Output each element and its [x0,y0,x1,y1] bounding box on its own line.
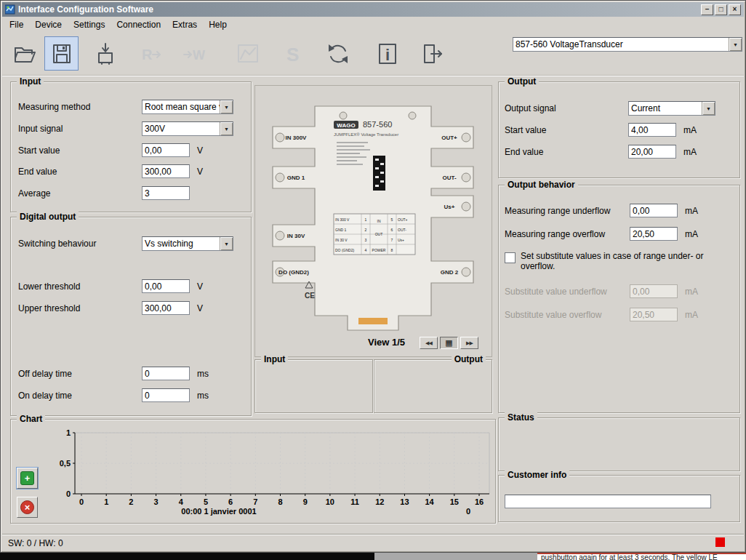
terminal-do-gnd2-label: DO (GND2) [278,269,309,276]
maximize-button[interactable]: □ [715,4,727,15]
svg-text:00:00 1 janvier 0001: 00:00 1 janvier 0001 [181,507,256,516]
range-overflow-field[interactable] [630,227,678,241]
measuring-method-select[interactable]: Root mean square val ▼ [142,100,233,114]
din-rail-clip [358,318,388,324]
simulation-button: S [276,36,310,71]
terminal-gnd1-label: GND 1 [287,175,305,181]
cancel-icon: × [20,500,34,514]
app-icon [5,4,15,15]
ce-mark: CE [305,292,315,300]
terminal-gnd2-label: GND 2 [441,269,459,276]
svg-text:7: 7 [253,497,257,506]
output-start-field[interactable] [628,123,676,137]
open-folder-icon [12,41,36,66]
switching-behaviour-select[interactable]: Vs switching ▼ [142,236,233,251]
pin-table: IN 300 V GND 1 IN 30 V DO (GND2) 1 2 3 4… [334,214,415,255]
on-delay-field[interactable] [142,388,190,402]
svg-text:IN 30 V: IN 30 V [335,238,348,242]
status-group-title: Status [505,412,537,423]
input-start-value-field[interactable] [142,143,190,157]
background-document-text: pushbutton again for at least 3 seconds.… [537,553,746,560]
svg-text:7: 7 [391,238,393,242]
svg-text:5: 5 [204,497,208,506]
svg-text:S: S [286,44,299,65]
view-counter-label: View 1/5 [368,337,405,348]
customer-info-field[interactable] [505,495,711,508]
device-type-select[interactable]: 857-560 VoltageTransducer ▼ [513,37,742,52]
range-underflow-field[interactable] [630,204,678,217]
substitute-underflow-label: Substitute value underflow [505,287,607,297]
input-end-value-field[interactable] [142,164,190,178]
svg-text:5: 5 [391,217,393,222]
svg-text:OUT+: OUT+ [398,217,408,222]
measuring-method-label: Measuring method [18,102,90,112]
substitute-values-label: Set substitute values in case of range u… [521,251,723,271]
off-delay-field[interactable] [142,367,190,380]
add-icon: + [20,471,34,485]
on-delay-label: On delay time [18,391,72,401]
menu-file[interactable]: File [4,17,29,32]
io-output-title: Output [452,354,486,364]
upper-threshold-field[interactable] [142,301,190,315]
info-button[interactable]: i [370,36,404,71]
menu-connection[interactable]: Connection [111,17,167,32]
svg-text:16: 16 [475,497,484,506]
chart-add-button[interactable]: + [17,468,38,489]
output-behavior-title: Output behavior [505,180,578,190]
svg-text:3: 3 [365,238,367,242]
svg-text:i: i [385,46,390,64]
simulation-icon: S [281,41,305,66]
exit-button[interactable] [415,36,449,71]
chevron-down-icon: ▼ [220,100,233,113]
toolbar: R W S [2,32,744,76]
switching-behaviour-value: Vs switching [143,239,220,249]
close-button[interactable]: × [729,4,741,15]
menu-device[interactable]: Device [29,17,68,32]
output-start-unit: mA [683,125,697,135]
chevron-down-icon: ▼ [220,122,233,135]
open-button[interactable] [7,36,41,71]
status-text: SW: 0 / HW: 0 [8,538,63,548]
output-end-field[interactable] [628,145,676,159]
substitute-values-checkbox[interactable] [505,252,516,263]
save-button[interactable] [44,36,79,71]
svg-text:14: 14 [425,497,435,506]
off-delay-label: Off delay time [18,369,72,379]
svg-text:1: 1 [104,497,108,506]
svg-text:DO (GND2): DO (GND2) [335,248,354,252]
svg-text:11: 11 [350,497,359,506]
exit-door-icon [420,41,445,66]
download-to-device-button[interactable] [88,36,122,71]
svg-text:12: 12 [375,497,384,506]
minimize-button[interactable]: – [701,4,713,15]
view-prev-button[interactable]: ◀◀ [420,337,438,349]
lower-threshold-field[interactable] [142,279,190,293]
menu-settings[interactable]: Settings [68,17,111,32]
svg-text:4: 4 [179,497,184,506]
digital-output-group-title: Digital output [17,212,79,222]
average-field[interactable] [142,186,190,200]
switching-behaviour-label: Switching behaviour [18,239,96,249]
chart-group: Chart + × 01234567891011121314151600,510… [10,419,496,524]
device-type-value: 857-560 VoltageTransducer [513,39,729,49]
input-signal-label: Input signal [18,124,63,134]
client-area: Input Measuring method Root mean square … [2,76,744,535]
chevron-down-icon: ▼ [729,38,742,51]
view-next-button[interactable]: ▶▶ [460,337,478,349]
device-view-panel: WAGO 857-560 JUMPFLEX® Voltage Transduce… [254,85,492,357]
chart-cancel-button[interactable]: × [17,497,38,518]
refresh-button[interactable] [321,36,355,71]
view-frame-button[interactable]: ▦ [440,337,458,349]
io-input-title: Input [261,354,288,364]
svg-text:8: 8 [391,248,393,252]
save-floppy-icon [49,41,74,66]
input-signal-select[interactable]: 300V ▼ [142,121,233,136]
menu-extras[interactable]: Extras [167,17,203,32]
svg-text:2: 2 [129,497,133,506]
output-signal-select[interactable]: Current ▼ [628,101,715,116]
menu-help[interactable]: Help [203,17,233,32]
svg-text:1: 1 [365,217,367,222]
output-end-unit: mA [683,147,697,157]
output-signal-label: Output signal [505,103,556,113]
lower-threshold-label: Lower threshold [18,281,80,292]
